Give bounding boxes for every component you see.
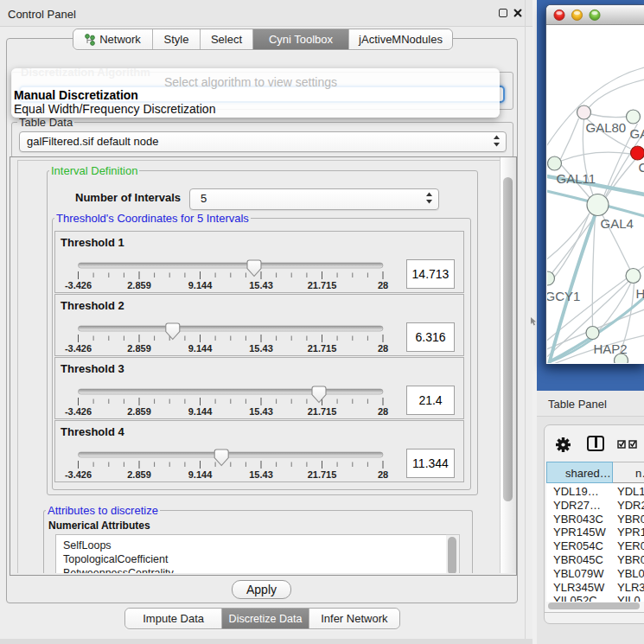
svg-text:21.715: 21.715: [308, 469, 337, 480]
svg-text:2.859: 2.859: [127, 469, 151, 480]
svg-text:H: H: [635, 286, 644, 301]
svg-text:15.43: 15.43: [249, 343, 273, 354]
svg-text:2.859: 2.859: [127, 280, 151, 290]
svg-text:21.715: 21.715: [308, 280, 337, 290]
svg-text:21.715: 21.715: [308, 343, 337, 354]
svg-text:GAL11: GAL11: [556, 171, 596, 186]
svg-text:2.859: 2.859: [127, 343, 151, 354]
svg-text:GA: GA: [629, 126, 644, 141]
svg-text:28: 28: [378, 343, 388, 354]
svg-text:HAP2: HAP2: [593, 341, 627, 356]
svg-text:2.859: 2.859: [127, 406, 151, 417]
svg-text:28: 28: [378, 469, 388, 480]
svg-text:21.715: 21.715: [308, 406, 337, 417]
svg-text:-3.426: -3.426: [65, 343, 92, 354]
svg-text:C: C: [638, 160, 644, 175]
svg-text:9.144: 9.144: [188, 469, 213, 480]
svg-text:-3.426: -3.426: [65, 406, 92, 417]
svg-text:-3.426: -3.426: [65, 469, 92, 480]
svg-text:9.144: 9.144: [188, 406, 213, 417]
svg-text:15.43: 15.43: [249, 469, 273, 480]
svg-text:9.144: 9.144: [188, 280, 213, 290]
svg-text:28: 28: [378, 280, 388, 290]
svg-text:GCY1: GCY1: [547, 289, 580, 303]
svg-text:GAL80: GAL80: [585, 120, 626, 135]
svg-text:GAL4: GAL4: [600, 216, 633, 231]
svg-text:28: 28: [378, 406, 388, 417]
svg-text:-3.426: -3.426: [65, 280, 92, 290]
svg-text:15.43: 15.43: [249, 406, 273, 417]
svg-text:9.144: 9.144: [188, 343, 213, 354]
svg-text:15.43: 15.43: [249, 280, 273, 290]
